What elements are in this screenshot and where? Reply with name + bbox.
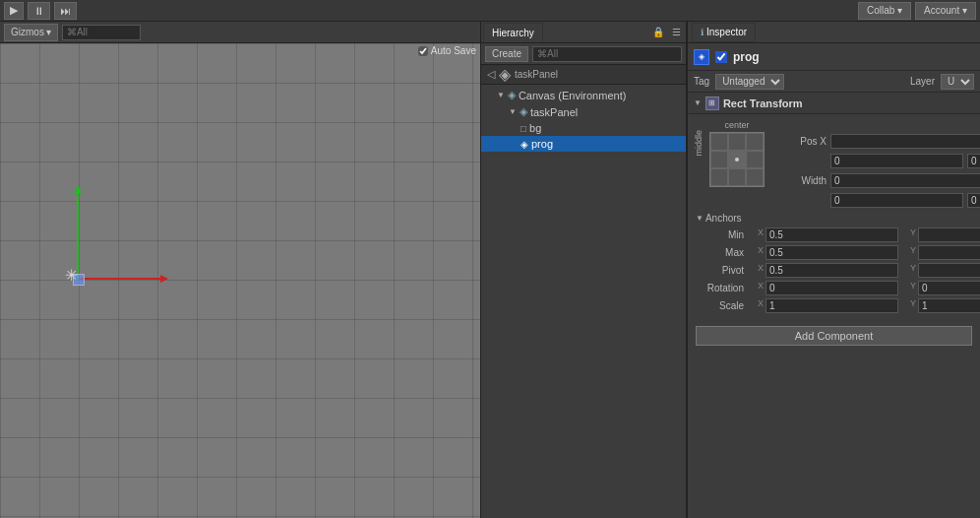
anchors-min-x-input[interactable] xyxy=(766,227,898,242)
prog-label: prog xyxy=(531,138,553,150)
pos-vals-row xyxy=(770,152,980,169)
gizmo-star: ✳ xyxy=(65,268,78,284)
anchor-pivot-row: middle center xyxy=(688,118,980,211)
pos-x-input[interactable] xyxy=(830,134,980,149)
pivot-label: Pivot xyxy=(690,265,744,276)
scale-x-input[interactable] xyxy=(766,298,898,313)
width-label: Width xyxy=(772,175,827,186)
rot-y-input[interactable] xyxy=(918,281,980,295)
layer-select[interactable]: U xyxy=(941,74,974,90)
rotation-fields: X Y xyxy=(748,281,980,295)
wh-vals-row xyxy=(770,191,980,209)
autosave-checkbox[interactable] xyxy=(418,46,428,56)
hierarchy-panel: Hierarchy 🔒 ☰ Create ◁ ◈ taskPanel ▼ ◈ C… xyxy=(480,22,687,518)
anchor-grid-container: center xyxy=(709,120,765,187)
rect-transform-icon: ⊞ xyxy=(705,97,719,110)
pos-x-label: Pos X xyxy=(772,136,827,147)
anchor-cell-tc xyxy=(728,133,746,151)
anchors-max-y-input[interactable] xyxy=(918,245,980,260)
anchors-triangle: ▼ xyxy=(696,214,704,223)
anchor-cell-mc xyxy=(728,151,746,168)
scale-fields: X Y xyxy=(748,298,980,313)
gizmos-button[interactable]: Gizmos ▾ xyxy=(4,24,58,41)
rotation-label: Rotation xyxy=(690,283,744,293)
width-val-input[interactable] xyxy=(830,193,963,208)
pivot-fields: X Y 0 xyxy=(748,263,980,278)
hierarchy-search-input[interactable] xyxy=(532,46,682,62)
scale-x-label: X xyxy=(748,298,764,313)
rot-y-label: Y xyxy=(900,281,916,295)
menu-icon[interactable]: ☰ xyxy=(669,26,684,38)
prog-icon: ◈ xyxy=(521,139,528,150)
height-val-input[interactable] xyxy=(967,193,980,208)
anchors-min-y-input[interactable] xyxy=(918,227,980,242)
gizmos-arrow: ▾ xyxy=(46,27,51,37)
hierarchy-item-prog[interactable]: ◈ prog xyxy=(481,136,686,152)
breadcrumb-bar: ◁ ◈ taskPanel xyxy=(481,65,686,85)
pivot-y-input[interactable] xyxy=(918,263,980,278)
account-button[interactable]: Account ▾ xyxy=(915,2,976,20)
tag-select[interactable]: Untagged xyxy=(715,74,784,90)
width-input[interactable] xyxy=(830,173,980,188)
create-button[interactable]: Create xyxy=(485,46,528,62)
hierarchy-tab[interactable]: Hierarchy xyxy=(483,23,543,42)
scene-search-input[interactable] xyxy=(62,25,141,40)
add-component-button[interactable]: Add Component xyxy=(696,326,972,346)
pos-y-val-input[interactable] xyxy=(967,154,980,168)
anchors-section-label: ▼ Anchors xyxy=(688,211,980,226)
anchors-max-fields: X Y 0 xyxy=(748,245,980,260)
hierarchy-item-canvas[interactable]: ▼ ◈ Canvas (Environment) xyxy=(481,87,686,103)
step-button[interactable]: ⏭ xyxy=(54,2,77,20)
anchor-preset-label: center xyxy=(724,120,749,130)
object-active-checkbox[interactable] xyxy=(715,51,727,63)
anchors-label: Anchors xyxy=(705,213,742,224)
anchors-min-row: Min X Y 0 xyxy=(688,226,980,243)
bg-icon: □ xyxy=(521,123,526,134)
object-name: prog xyxy=(733,50,760,64)
anchors-max-x-input[interactable] xyxy=(766,245,898,260)
anchors-max-row: Max X Y 0 xyxy=(688,243,980,261)
anchor-grid[interactable] xyxy=(709,132,765,187)
hierarchy-item-bg[interactable]: □ bg xyxy=(481,120,686,136)
anchor-cell-ml xyxy=(710,151,728,168)
anchors-min-label: Min xyxy=(690,229,744,240)
rect-transform-title: Rect Transform xyxy=(723,97,803,109)
pause-button[interactable]: ⏸ xyxy=(28,2,50,20)
tag-label: Tag xyxy=(694,76,709,87)
lock-icon[interactable]: 🔒 xyxy=(649,26,667,38)
hierarchy-toolbar: Create xyxy=(481,43,686,65)
hierarchy-item-taskpanel[interactable]: ▼ ◈ taskPanel xyxy=(481,103,686,120)
x-axis-arrow xyxy=(79,278,162,280)
max-x-label: X xyxy=(748,245,764,260)
scale-label: Scale xyxy=(690,300,744,311)
expand-triangle-canvas: ▼ xyxy=(497,91,505,99)
play-button[interactable]: ▶ xyxy=(4,2,24,20)
rect-transform-body: middle center xyxy=(688,114,980,318)
max-y-label: Y xyxy=(900,245,916,260)
anchor-cell-bc xyxy=(728,168,746,186)
main-layout: Gizmos ▾ Auto Save ✳ Hierarchy xyxy=(0,22,980,518)
anchor-cell-tr xyxy=(746,133,764,151)
anchors-max-label: Max xyxy=(690,247,744,258)
canvas-label: Canvas (Environment) xyxy=(519,90,626,101)
anchor-cell-tl xyxy=(710,133,728,151)
collab-button[interactable]: Collab ▾ xyxy=(858,2,911,20)
breadcrumb-label: taskPanel xyxy=(515,69,558,80)
pivot-x-label: X xyxy=(748,263,764,278)
anchors-min-fields: X Y 0 xyxy=(748,227,980,242)
rot-x-input[interactable] xyxy=(766,281,898,295)
min-y-label: Y xyxy=(900,227,916,242)
anchor-cell-bl xyxy=(710,168,728,186)
inspector-tab[interactable]: ℹ Inspector xyxy=(692,23,756,42)
scale-y-input[interactable] xyxy=(918,298,980,313)
hierarchy-tab-bar: Hierarchy 🔒 ☰ xyxy=(481,22,686,43)
anchor-cell-br xyxy=(746,168,764,186)
rect-transform-header[interactable]: ▼ ⊞ Rect Transform xyxy=(688,93,980,114)
pos-x-val-input[interactable] xyxy=(830,154,963,168)
pivot-x-input[interactable] xyxy=(766,263,898,278)
taskpanel-label: taskPanel xyxy=(530,106,578,118)
top-toolbar: ▶ ⏸ ⏭ Collab ▾ Account ▾ xyxy=(0,0,980,22)
anchor-dot xyxy=(735,158,739,162)
pivot-y-label: Y xyxy=(900,263,916,278)
taskpanel-icon: ◈ xyxy=(520,105,527,118)
